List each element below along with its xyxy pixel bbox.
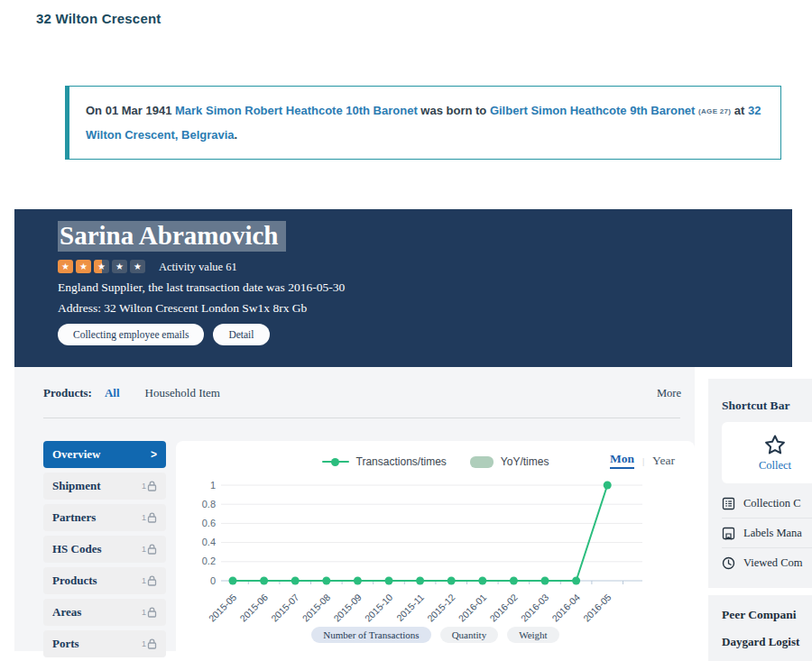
products-tab-household-item[interactable]: Household Item xyxy=(145,386,220,400)
svg-text:0.8: 0.8 xyxy=(202,499,216,510)
activity-value: Activity value 61 xyxy=(159,261,237,274)
legend-transactions[interactable]: Transactions/times xyxy=(322,455,447,468)
divider xyxy=(43,418,680,418)
star-icon: ★ xyxy=(130,260,145,273)
range-tab-mon[interactable]: Mon xyxy=(610,452,634,469)
collection-list-icon xyxy=(722,497,735,510)
chevron-right-icon: > xyxy=(151,448,157,461)
sidebar-item-label: Ports xyxy=(52,637,79,651)
products-tab-all[interactable]: All xyxy=(105,386,120,400)
shortcut-item-label: Labels Mana xyxy=(743,527,802,540)
svg-text:2015-05: 2015-05 xyxy=(207,592,239,624)
event-text: . xyxy=(235,128,238,142)
legend-label: Transactions/times xyxy=(356,455,447,468)
supplier-address: Address: 32 Wilton Crescent London Sw1x … xyxy=(58,301,307,316)
svg-text:2015-10: 2015-10 xyxy=(363,592,395,624)
event-text: On 01 Mar 1941 xyxy=(86,104,175,117)
shortcut-item-labels[interactable]: Labels Mana xyxy=(722,519,812,548)
sidebar-item-label: Shipment xyxy=(52,479,100,493)
sidebar-item-products[interactable]: Products 1 xyxy=(43,567,166,594)
event-text: at xyxy=(731,104,748,117)
sidebar-item-label: HS Codes xyxy=(52,542,102,556)
sidebar-item-label: Areas xyxy=(52,605,81,620)
lock-icon xyxy=(147,544,157,555)
sidebar-item-shipment[interactable]: Shipment 1 xyxy=(43,473,166,500)
svg-text:2015-08: 2015-08 xyxy=(300,592,332,624)
lock-icon xyxy=(147,481,157,491)
clock-icon xyxy=(722,556,735,570)
star-rating: ★ ★ ★ ★ ★ xyxy=(58,260,145,273)
metric-tab-number-of-transactions[interactable]: Number of Transactions xyxy=(311,627,430,643)
lock-count: 1 xyxy=(142,639,146,648)
lock-count: 1 xyxy=(142,513,146,522)
sidebar-item-ports[interactable]: Ports 1 xyxy=(43,630,166,657)
collect-emails-button[interactable]: Collecting employee emails xyxy=(58,324,204,345)
star-icon: ★ xyxy=(58,260,73,273)
sidebar-item-overview[interactable]: Overview > xyxy=(43,441,166,468)
sidebar-item-label: Overview xyxy=(52,447,100,462)
lock-count: 1 xyxy=(142,576,146,585)
star-icon: ★ xyxy=(76,260,91,273)
sidebar-item-label: Products xyxy=(52,574,97,588)
shortcut-item-collection[interactable]: Collection C xyxy=(722,489,812,519)
svg-text:2015-12: 2015-12 xyxy=(425,592,457,624)
shortcut-bar-title: Shortcut Bar xyxy=(722,399,789,413)
sidebar-item-label: Partners xyxy=(52,510,96,525)
svg-text:2016-04: 2016-04 xyxy=(549,592,582,624)
legend-yoy[interactable]: YoY/times xyxy=(470,455,549,468)
swatch-marker-icon xyxy=(470,456,494,468)
star-outline-icon xyxy=(763,434,787,456)
svg-text:0.6: 0.6 xyxy=(202,518,216,528)
range-toggle: Mon | Year xyxy=(610,452,675,469)
lock-icon xyxy=(147,638,157,649)
svg-text:2016-01: 2016-01 xyxy=(456,592,488,624)
metric-tab-quantity[interactable]: Quantity xyxy=(440,627,499,643)
page-title: 32 Wilton Crescent xyxy=(36,11,161,26)
lock-count: 1 xyxy=(142,608,146,617)
lock-count: 1 xyxy=(142,482,146,491)
lock-count: 1 xyxy=(142,545,146,554)
svg-text:2015-07: 2015-07 xyxy=(269,592,301,624)
svg-text:1: 1 xyxy=(210,480,216,491)
svg-text:2016-05: 2016-05 xyxy=(581,592,614,624)
transactions-chart: 00.20.40.60.812015-052015-062015-072015-… xyxy=(176,472,695,625)
supplier-summary: England Supplier, the last transaction d… xyxy=(58,280,345,295)
svg-text:0.4: 0.4 xyxy=(202,537,216,547)
transactions-chart-card: Transactions/times YoY/times Mon | Year … xyxy=(176,441,695,661)
age-note: (AGE 27) xyxy=(698,107,731,115)
sidebar-item-partners[interactable]: Partners 1 xyxy=(43,504,166,531)
lock-icon xyxy=(147,512,157,523)
line-dot-marker-icon xyxy=(322,461,349,463)
shortcut-item-viewed[interactable]: Viewed Com xyxy=(722,548,812,578)
range-tab-year[interactable]: Year xyxy=(652,454,675,468)
event-card: On 01 Mar 1941 Mark Simon Robert Heathco… xyxy=(65,86,781,160)
person-link-gilbert-heathcote[interactable]: Gilbert Simon Heathcote 9th Baronet xyxy=(490,104,696,117)
star-icon: ★ xyxy=(112,260,127,273)
shortcut-item-label: Viewed Com xyxy=(743,556,803,570)
sidebar-item-areas[interactable]: Areas 1 xyxy=(43,599,166,626)
peer-companies-panel: Peer Compani Daygard Logist xyxy=(708,595,812,661)
supplier-name: Sarina Abramovich xyxy=(58,220,286,251)
peer-companies-title: Peer Compani xyxy=(722,608,797,622)
shortcut-bar-panel: Shortcut Bar Collect Collection C Labels… xyxy=(708,379,812,588)
svg-text:2016-02: 2016-02 xyxy=(487,592,520,624)
label-bookmark-icon xyxy=(722,527,735,540)
more-link[interactable]: More xyxy=(657,387,681,400)
person-link-mark-heathcote[interactable]: Mark Simon Robert Heathcote 10th Baronet xyxy=(175,104,418,117)
products-label: Products: xyxy=(43,386,92,400)
lock-icon xyxy=(147,575,157,586)
detail-button[interactable]: Detail xyxy=(213,324,269,345)
metric-tab-weight[interactable]: Weight xyxy=(507,627,559,643)
supplier-hero: Sarina Abramovich ★ ★ ★ ★ ★ Activity val… xyxy=(14,209,792,367)
star-half-icon: ★ xyxy=(94,260,109,273)
svg-text:2016-03: 2016-03 xyxy=(519,592,551,624)
section-menu: Overview > Shipment 1 Partners 1 HS Code… xyxy=(43,441,166,661)
peer-company-link[interactable]: Daygard Logist xyxy=(722,635,799,649)
svg-text:2015-11: 2015-11 xyxy=(394,592,426,623)
shortcut-item-label: Collection C xyxy=(743,497,801,510)
collect-button[interactable]: Collect xyxy=(722,422,812,483)
svg-text:0.2: 0.2 xyxy=(202,555,216,566)
lock-icon xyxy=(147,607,157,618)
sidebar-item-hs-codes[interactable]: HS Codes 1 xyxy=(43,536,166,563)
products-filter-bar: Products: All Household Item More xyxy=(43,386,681,400)
